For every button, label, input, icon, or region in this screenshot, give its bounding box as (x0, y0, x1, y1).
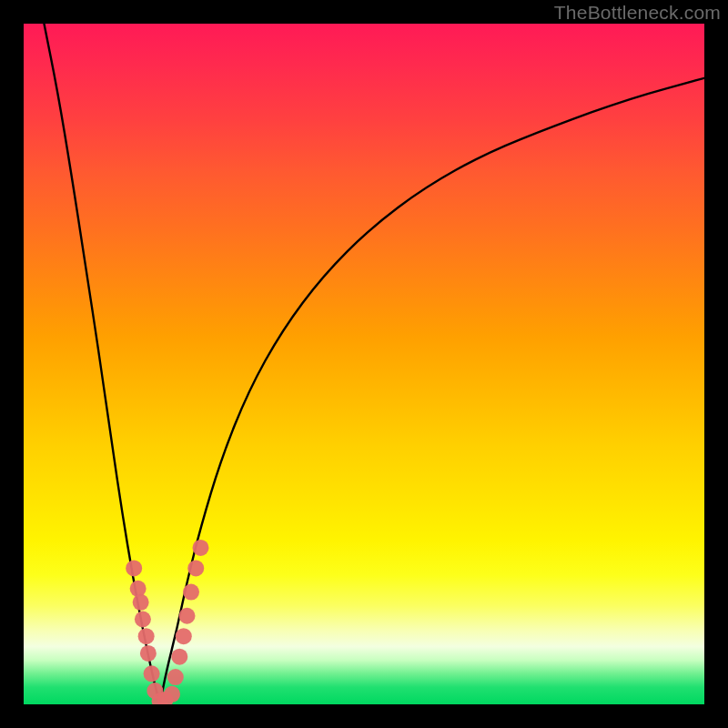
data-marker (140, 645, 157, 662)
curve-right-branch (160, 78, 704, 704)
data-marker (183, 584, 199, 601)
plot-area (24, 24, 704, 704)
data-marker (164, 686, 180, 703)
marker-group (126, 540, 208, 704)
data-marker (167, 669, 184, 685)
data-marker (171, 649, 187, 665)
data-marker (192, 540, 208, 556)
data-marker (130, 581, 147, 597)
data-marker (133, 594, 149, 611)
data-marker (179, 608, 196, 624)
data-marker (126, 560, 142, 576)
data-marker (135, 612, 151, 628)
chart-svg (24, 24, 704, 704)
data-marker (176, 628, 192, 644)
data-marker (187, 560, 204, 576)
data-marker (144, 665, 160, 682)
data-marker (138, 628, 155, 644)
watermark-text: TheBottleneck.com (554, 2, 721, 24)
